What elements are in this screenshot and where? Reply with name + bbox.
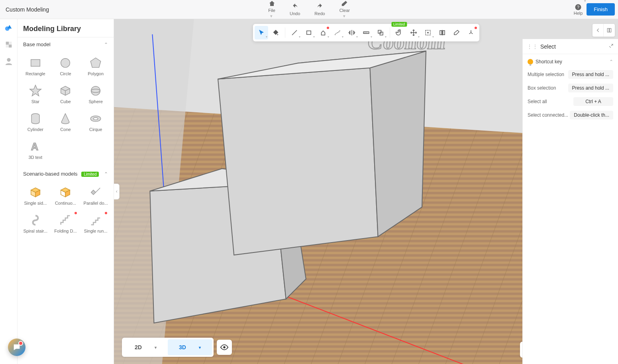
- rectangle-icon: [29, 56, 42, 70]
- tool-scale[interactable]: ▾: [421, 26, 435, 39]
- svg-rect-48: [610, 28, 611, 32]
- shape-polygon[interactable]: Polygon: [82, 53, 110, 78]
- shape-cube[interactable]: Cube: [52, 81, 80, 106]
- scenario-label-text: Single run...: [84, 229, 108, 233]
- scenario-folding-door[interactable]: Folding D...: [52, 210, 80, 236]
- tip-bulb-icon: [528, 59, 533, 65]
- scenario-continuous[interactable]: Continuo...: [52, 182, 80, 208]
- shape-cylinder[interactable]: Cylinder: [22, 109, 49, 134]
- flip-icon: [439, 29, 446, 36]
- drag-handle-icon[interactable]: ⋮⋮: [527, 43, 538, 50]
- profile-tab[interactable]: [4, 57, 14, 66]
- svg-rect-3: [6, 42, 8, 45]
- undo-icon: [291, 3, 298, 10]
- file-menu[interactable]: File ▾: [267, 0, 277, 19]
- move-icon: [410, 29, 417, 36]
- scenario-single-sided[interactable]: Single sid...: [22, 182, 49, 208]
- sphere-icon: [89, 84, 102, 98]
- chevron-down-icon: ▾: [343, 14, 345, 19]
- checker-icon: [4, 40, 13, 49]
- box-open-icon: [59, 186, 72, 199]
- mirror-icon: [348, 29, 355, 36]
- tool-axis-move[interactable]: [464, 26, 478, 39]
- box-icon: [29, 186, 42, 199]
- shape-label: Cone: [60, 127, 71, 132]
- panel-toggle-buttons: [592, 24, 615, 37]
- shape-rectangle[interactable]: Rectangle: [22, 53, 49, 78]
- scenario-parallel-door[interactable]: Parallel do...: [82, 182, 110, 208]
- shape-sphere[interactable]: Sphere: [82, 81, 110, 106]
- svg-point-12: [91, 86, 100, 96]
- tool-dimension[interactable]: ▾: [359, 26, 373, 39]
- shape-circle[interactable]: Circle: [52, 53, 80, 78]
- view-mode-toggle: 2D ▾ 3D ▾: [122, 338, 232, 357]
- home-icon: [268, 0, 275, 7]
- view-2d-button[interactable]: 2D ▾: [124, 339, 168, 355]
- tool-flip[interactable]: [436, 26, 449, 39]
- scenario-single-run[interactable]: Single run...: [82, 210, 110, 236]
- svg-marker-32: [370, 51, 426, 237]
- svg-point-9: [61, 59, 70, 68]
- collapse-library-tab[interactable]: [114, 184, 120, 200]
- tool-copy-array[interactable]: ▾: [374, 26, 387, 39]
- tool-rect[interactable]: ▾: [302, 26, 316, 39]
- floating-toolbar: ▾ ▾ ▾ ▾ ▾: [253, 24, 479, 41]
- star-icon: [29, 84, 42, 98]
- text-3d-icon: A: [29, 140, 42, 153]
- stairs-icon: [59, 213, 72, 227]
- svg-rect-45: [443, 31, 445, 35]
- svg-point-49: [223, 346, 226, 348]
- svg-rect-35: [306, 31, 311, 35]
- cone-icon: [59, 112, 72, 125]
- tool-eraser[interactable]: [450, 26, 463, 39]
- view-3d-button[interactable]: 3D ▾: [168, 339, 212, 355]
- tool-move[interactable]: ▾: [407, 26, 420, 39]
- base-model-grid: Rectangle Circle Polygon Star Cube Spher…: [18, 51, 114, 167]
- tool-paint[interactable]: [269, 26, 283, 39]
- scenario-spiral-stair[interactable]: Spiral stair...: [22, 210, 49, 236]
- scale-selection-icon: [424, 29, 432, 36]
- shape-cirque[interactable]: Cirque: [82, 109, 110, 134]
- chevron-down-icon: ▾: [584, 0, 586, 3]
- viewport-3d[interactable]: Coohom ▾ ▾ ▾: [114, 19, 618, 364]
- shape-3d-text[interactable]: A 3D text: [22, 137, 49, 162]
- pin-panel-button[interactable]: [608, 43, 614, 50]
- clear-button[interactable]: Clear ▾: [338, 0, 351, 19]
- tool-select[interactable]: ▾: [255, 26, 268, 39]
- collapse-right-panel[interactable]: [592, 24, 604, 37]
- tool-push-pull[interactable]: ▾: [316, 26, 330, 39]
- tool-line[interactable]: ▾: [288, 26, 301, 39]
- undo-button[interactable]: Undo: [288, 3, 302, 16]
- scenario-header[interactable]: Scenario-based models Limited ⌃: [18, 167, 114, 181]
- toggle-grid-panel[interactable]: [604, 24, 615, 37]
- visibility-button[interactable]: [217, 340, 232, 355]
- grid-panel-icon: [606, 27, 612, 33]
- materials-tab[interactable]: [4, 40, 14, 49]
- shape-cone[interactable]: Cone: [52, 109, 80, 134]
- shape-label: Cirque: [89, 127, 102, 132]
- shape-star[interactable]: Star: [22, 81, 49, 106]
- chat-fab-button[interactable]: [8, 339, 26, 356]
- limited-badge: Limited: [391, 22, 407, 27]
- shortcut-key-label: Multiple selection: [528, 72, 564, 77]
- tool-path[interactable]: ▾: [331, 26, 344, 39]
- tool-hand[interactable]: Limited: [392, 26, 406, 39]
- shortcut-section-header[interactable]: Shortcut key ⌃: [523, 56, 618, 68]
- base-model-header[interactable]: Base model ⌃: [18, 37, 114, 51]
- scenario-label-text: Continuo...: [55, 201, 76, 205]
- finish-button[interactable]: Finish: [587, 3, 615, 16]
- toolbar-separator: [390, 27, 390, 38]
- shortcut-key-label: Box selection: [528, 85, 556, 91]
- help-button[interactable]: ? Help ▾: [574, 4, 583, 16]
- view-2d-label: 2D: [129, 342, 147, 353]
- rect-tool-icon: [305, 29, 312, 36]
- redo-button[interactable]: Redo: [313, 3, 326, 16]
- tool-mirror[interactable]: ▾: [345, 26, 359, 39]
- new-indicator: [327, 27, 329, 29]
- modeling-tab[interactable]: [4, 23, 14, 33]
- svg-text:?: ?: [577, 4, 579, 9]
- view-segment: 2D ▾ 3D ▾: [122, 338, 214, 357]
- shortcut-value: Press and hold ...: [568, 84, 613, 92]
- polygon-icon: [89, 56, 102, 70]
- stairs-up-icon: [89, 213, 102, 227]
